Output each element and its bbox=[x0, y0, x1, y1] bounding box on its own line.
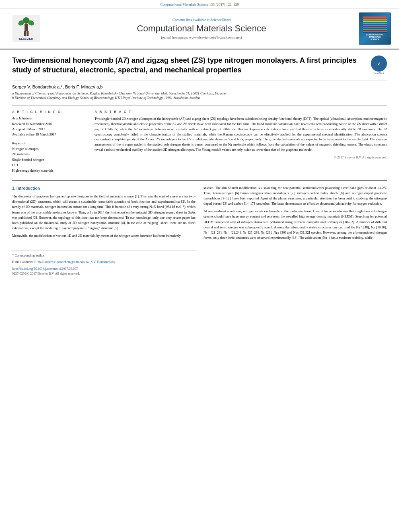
email-value[interactable]: E-mail address: bondchem@edu.cdu.ua (S.V… bbox=[34, 260, 116, 264]
journal-corner-badge: COMPUTATIONALMATERIALSSCIENCE bbox=[359, 12, 391, 45]
authors-line: Sergey V. Bondarchuk a,*, Boris F. Minae… bbox=[12, 84, 387, 89]
svg-rect-16 bbox=[363, 31, 387, 32]
intro-para-col2-1: studied. The aim of such modification is… bbox=[204, 185, 387, 207]
svg-rect-15 bbox=[363, 29, 387, 30]
abstract-col: A B S T R A C T Two single-bonded 2D nit… bbox=[95, 110, 387, 173]
corresponding-author-note: * Corresponding author. bbox=[12, 253, 195, 258]
intro-para-2: Meanwhile, the modification of various 1… bbox=[12, 233, 195, 238]
keyword-4: DFT bbox=[12, 162, 86, 168]
crossmark-label: CrossMark bbox=[371, 72, 387, 74]
badge-content: COMPUTATIONALMATERIALSSCIENCE bbox=[361, 15, 389, 42]
email-note: E-mail address: E-mail address: bondchem… bbox=[12, 259, 195, 265]
crossmark-badge[interactable]: ✓ CrossMark bbox=[371, 55, 387, 72]
journal-title: Computational Materials Science bbox=[52, 23, 351, 34]
footnotes: * Corresponding author. E-mail address: … bbox=[12, 251, 195, 264]
article-title-text: Two-dimensional honeycomb (A7) and zigza… bbox=[12, 55, 367, 75]
affiliation-b: b Division of Theoretical Chemistry and … bbox=[12, 96, 387, 101]
received-date: Received 15 November 2016 bbox=[12, 121, 86, 127]
journal-homepage: journal homepage: www.elsevier.com/locat… bbox=[52, 35, 351, 39]
accepted-date: Accepted 3 March 2017 bbox=[12, 127, 86, 132]
article-info-heading: A R T I C L E I N F O bbox=[12, 110, 86, 114]
keyword-3: Single-bonded nitrogen bbox=[12, 157, 86, 163]
body-two-col: 1. Introduction The discovery of graphen… bbox=[12, 185, 387, 277]
svg-rect-14 bbox=[363, 27, 387, 28]
body-col-left: 1. Introduction The discovery of graphen… bbox=[12, 185, 195, 277]
svg-rect-11 bbox=[363, 21, 387, 22]
journal-center-info: Contents lists available at ScienceDirec… bbox=[52, 18, 351, 39]
email-label: E-mail address: bbox=[12, 260, 34, 264]
article-title-section: Two-dimensional honeycomb (A7) and zigza… bbox=[12, 55, 387, 80]
crossmark-icon: ✓ bbox=[371, 55, 387, 72]
svg-rect-13 bbox=[363, 25, 387, 26]
journal-header: ELSEVIER Contents lists available at Sci… bbox=[0, 8, 399, 49]
authors-text: Sergey V. Bondarchuk a,*, Boris F. Minae… bbox=[12, 84, 103, 89]
sciencedirect-link[interactable]: ScienceDirect bbox=[210, 18, 230, 22]
copyright-line: © 2017 Elsevier B.V. All rights reserved… bbox=[95, 156, 387, 159]
intro-para-1: The discovery of graphene has opened up … bbox=[12, 194, 195, 231]
doi-text[interactable]: http://dx.doi.org/10.1016/j.commatsci.20… bbox=[12, 267, 78, 271]
affiliations: a Department of Chemistry and Nanomateri… bbox=[12, 91, 387, 101]
svg-rect-10 bbox=[363, 18, 387, 20]
intro-para-col2-2: At near-ambient conditions, nitrogen exi… bbox=[204, 209, 387, 240]
elsevier-logo: ELSEVIER bbox=[8, 15, 44, 42]
affiliation-a: a Department of Chemistry and Nanomateri… bbox=[12, 91, 387, 96]
article-history: Article history: Received 15 November 20… bbox=[12, 116, 86, 137]
info-abstract-section: A R T I C L E I N F O Article history: R… bbox=[12, 105, 387, 173]
article-info-col: A R T I C L E I N F O Article history: R… bbox=[12, 110, 86, 173]
svg-rect-2 bbox=[25, 24, 28, 31]
abstract-text: Two single-bonded 2D nitrogen allotropes… bbox=[95, 116, 387, 152]
article-container: Two-dimensional honeycomb (A7) and zigza… bbox=[0, 49, 399, 283]
keyword-1: Nitrogen allotropes bbox=[12, 146, 86, 152]
keyword-2: 2D materials bbox=[12, 152, 86, 157]
top-citation-bar: Computational Materials Science 133 (201… bbox=[0, 0, 399, 8]
keywords-section: Keywords: Nitrogen allotropes 2D materia… bbox=[12, 141, 86, 174]
svg-rect-9 bbox=[363, 16, 387, 18]
available-date: Available online 18 March 2017 bbox=[12, 132, 86, 137]
body-col-right: studied. The aim of such modification is… bbox=[204, 185, 387, 277]
keywords-title: Keywords: bbox=[12, 141, 86, 145]
keyword-5: High-energy density materials bbox=[12, 168, 86, 174]
svg-text:ELSEVIER: ELSEVIER bbox=[19, 37, 33, 40]
doi-footer: http://dx.doi.org/10.1016/j.commatsci.20… bbox=[12, 267, 195, 277]
svg-rect-6 bbox=[27, 31, 29, 36]
article-title: Two-dimensional honeycomb (A7) and zigza… bbox=[12, 55, 367, 75]
svg-rect-5 bbox=[24, 31, 26, 36]
sciencedirect-text: Contents lists available at ScienceDirec… bbox=[52, 18, 351, 22]
history-title: Article history: bbox=[12, 116, 86, 120]
section-divider bbox=[12, 180, 387, 181]
elsevier-tree-icon: ELSEVIER bbox=[12, 15, 40, 42]
svg-rect-12 bbox=[363, 23, 387, 24]
citation-text: Computational Materials Science 133 (201… bbox=[160, 2, 239, 6]
footnotes-section: * Corresponding author. E-mail address: … bbox=[12, 251, 195, 276]
issn-text: 0927-0256/© 2017 Elsevier B.V. All right… bbox=[12, 272, 80, 275]
abstract-heading: A B S T R A C T bbox=[95, 110, 387, 114]
introduction-heading: 1. Introduction bbox=[12, 185, 195, 192]
